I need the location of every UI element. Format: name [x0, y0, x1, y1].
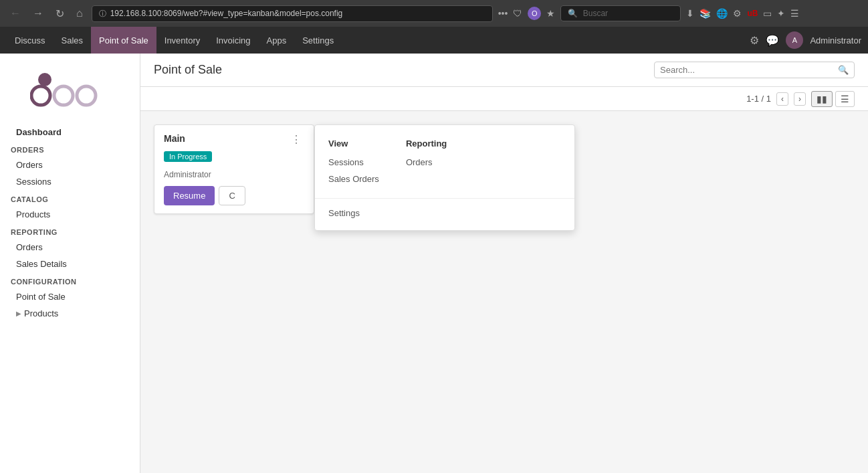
browser-toolbar-right: ••• 🛡 O ★ 🔍 Buscar ⬇ 📚 🌐 ⚙ uB ▭ ✦ ☰ [498, 5, 800, 21]
dropdown-reporting-column: Reporting Orders [406, 138, 447, 187]
sidebar-logo [0, 60, 140, 124]
sidebar-section-catalog: Catalog [0, 190, 140, 206]
pocket-icon[interactable]: 🛡 [513, 8, 522, 19]
topnav-discuss[interactable]: Discuss [7, 27, 53, 54]
odoo-topnav: Discuss Sales Point of Sale Inventory In… [0, 27, 868, 54]
dropdown-sales-orders-item[interactable]: Sales Orders [328, 171, 379, 187]
topnav-invoicing[interactable]: Invoicing [208, 27, 258, 54]
sidebar-products-config-label: Products [24, 308, 58, 318]
more-button[interactable]: ••• [498, 8, 508, 19]
content-header: Point of Sale 🔍 [140, 54, 868, 87]
refresh-button[interactable]: ↻ [52, 6, 68, 21]
dropdown-view-column: View Sessions Sales Orders [328, 138, 379, 187]
sidebar-item-products-config[interactable]: ▶ Products [0, 305, 140, 322]
download-icon[interactable]: ⬇ [686, 8, 694, 19]
reader-icon[interactable]: ▭ [763, 8, 772, 19]
odoo-logo-svg [30, 70, 110, 110]
browser-search-placeholder: Buscar [583, 9, 608, 18]
pagination-bar: 1-1 / 1 ‹ › ▮▮ ☰ [140, 87, 868, 111]
sidebar-item-sessions[interactable]: Sessions [0, 173, 140, 190]
topnav-apps[interactable]: Apps [259, 27, 295, 54]
topnav-point-of-sale[interactable]: Point of Sale [91, 27, 156, 54]
sidebar-section-configuration: Configuration [0, 272, 140, 288]
dropdown-menu: View Sessions Sales Orders Reporting Ord… [314, 124, 575, 231]
svg-point-3 [77, 86, 96, 105]
pagination-prev-button[interactable]: ‹ [776, 92, 788, 106]
sidebar-item-sales-details[interactable]: Sales Details [0, 256, 140, 272]
dropdown-columns: View Sessions Sales Orders Reporting Ord… [315, 132, 574, 194]
library-icon[interactable]: 📚 [699, 8, 711, 19]
ublock-icon[interactable]: uB [747, 9, 758, 18]
kanban-card-actions: Resume C [164, 186, 304, 205]
kanban-card-menu-button[interactable]: ⋮ [288, 133, 304, 146]
grid-view-button[interactable]: ▮▮ [811, 91, 833, 107]
sidebar-item-dashboard[interactable]: Dashboard [0, 124, 140, 140]
pagination-info: 1-1 / 1 [746, 94, 771, 104]
dropdown-divider [315, 198, 574, 199]
firefox-icon[interactable]: ✦ [777, 8, 785, 19]
back-button[interactable]: ← [7, 6, 24, 21]
dropdown-settings-item[interactable]: Settings [315, 203, 574, 223]
sidebar-section-orders: Orders [0, 140, 140, 157]
chat-icon[interactable]: 💬 [766, 34, 779, 47]
user-avatar[interactable]: A [786, 31, 803, 49]
content-area: Point of Sale 🔍 1-1 / 1 ‹ › ▮▮ ☰ Main [140, 54, 868, 473]
search-icon-browser: 🔍 [568, 9, 578, 18]
translate-icon[interactable]: 🌐 [716, 8, 728, 19]
kanban-card: Main ⋮ In Progress Administrator Resume … [154, 124, 314, 214]
search-icon[interactable]: 🔍 [838, 65, 849, 75]
view-toggle: ▮▮ ☰ [811, 91, 855, 107]
topnav-inventory[interactable]: Inventory [156, 27, 208, 54]
kanban-card-container: Main ⋮ In Progress Administrator Resume … [154, 124, 314, 214]
topnav-sales[interactable]: Sales [53, 27, 92, 54]
sidebar-item-orders[interactable]: Orders [0, 157, 140, 173]
page-title: Point of Sale [154, 63, 222, 77]
sidebar-item-point-of-sale-config[interactable]: Point of Sale [0, 288, 140, 305]
adblock-icon[interactable]: ⚙ [733, 8, 742, 19]
topnav-right: ⚙ 💬 A Administrator [750, 31, 861, 49]
dropdown-sessions-item[interactable]: Sessions [328, 154, 379, 171]
browser-search-bar[interactable]: 🔍 Buscar [560, 5, 681, 21]
search-box[interactable]: 🔍 [654, 62, 855, 78]
svg-point-0 [38, 73, 51, 86]
svg-point-1 [31, 86, 50, 105]
admin-label: Administrator [810, 35, 861, 45]
star-icon[interactable]: ★ [546, 8, 555, 19]
info-icon: ⓘ [99, 9, 106, 19]
dropdown-orders-item[interactable]: Orders [406, 154, 447, 171]
address-text: 192.168.8.100:8069/web?#view_type=kanban… [110, 9, 485, 18]
globe-icon[interactable]: ⚙ [750, 34, 759, 47]
topnav-settings[interactable]: Settings [294, 27, 342, 54]
kanban-content: Main ⋮ In Progress Administrator Resume … [140, 111, 868, 227]
address-bar[interactable]: ⓘ 192.168.8.100:8069/web?#view_type=kanb… [92, 5, 493, 22]
kanban-card-header: Main ⋮ [154, 125, 314, 151]
sidebar-item-products-catalog[interactable]: Products [0, 206, 140, 223]
arrow-expand-icon: ▶ [16, 310, 21, 317]
resume-button[interactable]: Resume [164, 186, 215, 205]
kanban-card-admin: Administrator [164, 170, 304, 179]
status-badge: In Progress [164, 151, 212, 162]
pagination-next-button[interactable]: › [794, 92, 806, 106]
close-button[interactable]: C [219, 186, 245, 205]
kanban-card-body: Administrator Resume C [154, 167, 314, 213]
forward-button[interactable]: → [29, 6, 47, 21]
search-input[interactable] [660, 65, 838, 75]
browser-chrome: ← → ↻ ⌂ ⓘ 192.168.8.100:8069/web?#view_t… [0, 0, 868, 27]
app-layout: Dashboard Orders Orders Sessions Catalog… [0, 54, 868, 473]
list-view-button[interactable]: ☰ [835, 91, 855, 107]
kanban-card-title: Main [164, 133, 185, 144]
extension-icon[interactable]: O [528, 7, 541, 20]
sidebar: Dashboard Orders Orders Sessions Catalog… [0, 54, 140, 473]
in-progress-badge: In Progress [154, 151, 314, 167]
home-button[interactable]: ⌂ [73, 6, 86, 21]
dropdown-view-title: View [328, 138, 379, 149]
hamburger-menu[interactable]: ☰ [790, 8, 799, 19]
sidebar-item-orders-reporting[interactable]: Orders [0, 239, 140, 256]
dropdown-reporting-title: Reporting [406, 138, 447, 149]
sidebar-section-reporting: Reporting [0, 223, 140, 239]
svg-point-2 [54, 86, 73, 105]
